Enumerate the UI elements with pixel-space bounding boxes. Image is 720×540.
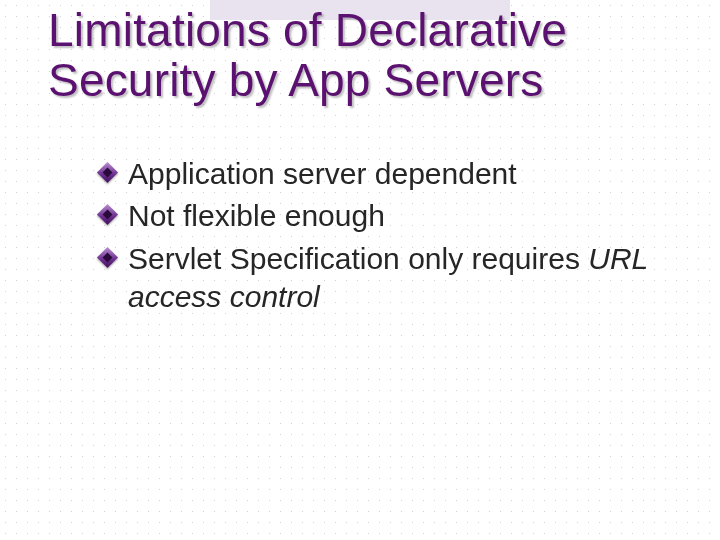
diamond-bullet-icon (100, 207, 115, 222)
bullet-text: Servlet Specification only requires (128, 242, 588, 275)
list-item: Not flexible enough (100, 197, 670, 235)
bullet-text: Not flexible enough (128, 199, 385, 232)
slide-body: Application server dependent Not flexibl… (100, 155, 670, 321)
list-item: Servlet Specification only requires URL … (100, 240, 670, 317)
bullet-text: Application server dependent (128, 157, 517, 190)
slide: Limitations of Declarative Security by A… (0, 0, 720, 540)
slide-title: Limitations of Declarative Security by A… (48, 6, 680, 105)
list-item: Application server dependent (100, 155, 670, 193)
diamond-bullet-icon (100, 165, 115, 180)
diamond-bullet-icon (100, 250, 115, 265)
